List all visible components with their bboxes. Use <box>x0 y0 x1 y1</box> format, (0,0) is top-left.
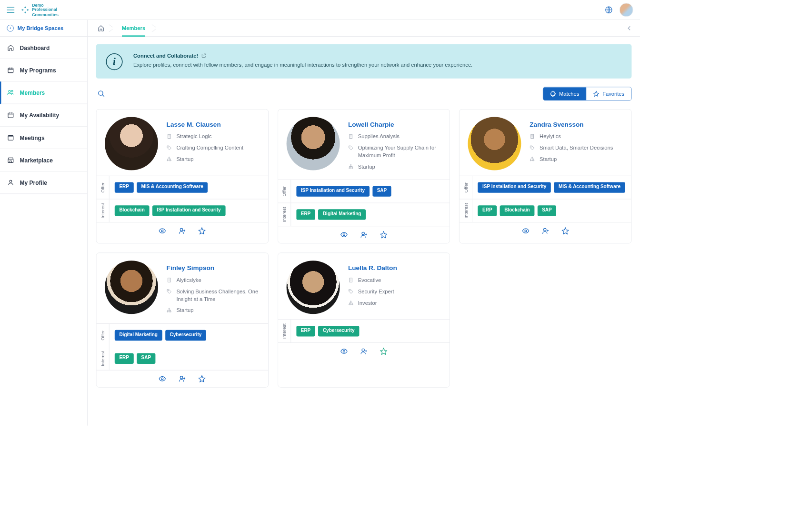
interest-tag[interactable]: SAP <box>538 205 557 216</box>
svg-point-30 <box>525 230 527 232</box>
member-company: Supplies Analysis <box>358 133 400 141</box>
svg-point-31 <box>543 228 546 231</box>
svg-point-10 <box>169 157 170 158</box>
brand-logo[interactable]: Demo Professional Communities <box>20 3 59 17</box>
toolbar-button-group: Matches Favorites <box>543 87 632 100</box>
connect-icon[interactable] <box>541 227 549 235</box>
view-icon[interactable] <box>159 375 166 382</box>
store-icon <box>7 157 14 163</box>
building-icon <box>348 278 354 283</box>
member-tagline: Solving Business Challenges, One Insight… <box>176 288 260 303</box>
favorite-icon[interactable] <box>561 227 569 235</box>
back-arrow-icon: ‹ <box>7 25 13 31</box>
favorite-icon[interactable] <box>198 227 206 235</box>
person-icon <box>7 179 14 186</box>
member-avatar[interactable] <box>105 261 158 314</box>
building-icon <box>530 134 536 139</box>
member-avatar[interactable] <box>286 117 340 171</box>
member-avatar[interactable] <box>468 117 521 171</box>
favorite-icon[interactable] <box>380 231 388 239</box>
search-icon[interactable] <box>96 90 105 98</box>
interest-label: Interest <box>100 351 105 366</box>
offer-tag[interactable]: MIS & Accounting Software <box>554 182 625 192</box>
banner-title: Connect and Collaborate! <box>133 52 198 59</box>
language-icon[interactable] <box>605 6 612 13</box>
svg-rect-16 <box>350 134 352 138</box>
svg-point-43 <box>349 304 350 305</box>
breadcrumb-home-icon[interactable] <box>93 25 109 31</box>
sidebar-item-meetings[interactable]: Meetings <box>0 127 87 149</box>
offer-tag[interactable]: Cybersecurity <box>165 330 206 341</box>
interest-section: InterestERPBlockchainSAP <box>460 199 631 222</box>
member-tagline: Smart Data, Smarter Decisions <box>540 144 613 152</box>
view-icon[interactable] <box>340 231 348 239</box>
svg-point-46 <box>343 351 345 352</box>
connect-icon[interactable] <box>360 231 368 239</box>
svg-point-36 <box>169 311 170 312</box>
favorite-icon[interactable] <box>198 375 206 382</box>
interest-label: Interest <box>281 207 287 222</box>
tag-icon <box>167 289 173 294</box>
interest-tag[interactable]: Blockchain <box>115 205 150 216</box>
member-name[interactable]: Finley Simpson <box>167 265 260 272</box>
sidebar-item-marketplace[interactable]: Marketplace <box>0 149 87 171</box>
connect-icon[interactable] <box>179 375 186 382</box>
sidebar-item-my-availability[interactable]: My Availability <box>0 104 87 126</box>
offer-tag[interactable]: Digital Marketing <box>115 330 162 341</box>
interest-tag[interactable]: ISP Installation and Security <box>152 205 226 216</box>
member-avatar[interactable] <box>105 117 158 171</box>
svg-point-47 <box>362 349 364 351</box>
view-icon[interactable] <box>159 227 166 235</box>
interest-tag[interactable]: ERP <box>296 326 315 336</box>
connect-icon[interactable] <box>179 227 186 235</box>
puzzle-icon <box>550 90 556 97</box>
sidebar-item-members[interactable]: Members <box>0 81 87 104</box>
offer-tag[interactable]: ERP <box>115 182 134 192</box>
member-company: Heylytics <box>540 133 561 141</box>
sidebar-item-dashboard[interactable]: Dashboard <box>0 37 87 59</box>
sidebar-back-link[interactable]: ‹ My Bridge Spaces <box>0 20 87 37</box>
member-name[interactable]: Lasse M. Clausen <box>167 121 260 129</box>
offer-tag[interactable]: SAP <box>372 186 391 197</box>
offer-tag[interactable]: ISP Installation and Security <box>296 186 370 197</box>
interest-tag[interactable]: ERP <box>296 210 315 220</box>
svg-point-35 <box>167 311 168 312</box>
interest-tag[interactable]: Blockchain <box>500 205 535 216</box>
interest-tag[interactable]: SAP <box>137 353 156 363</box>
user-avatar[interactable] <box>620 3 633 17</box>
svg-point-37 <box>170 311 171 312</box>
offer-tag[interactable]: ISP Installation and Security <box>478 182 551 192</box>
menu-toggle-icon[interactable] <box>7 7 14 13</box>
view-icon[interactable] <box>522 227 530 235</box>
breadcrumb-back-icon[interactable] <box>627 26 635 30</box>
calendar-icon <box>7 134 14 141</box>
breadcrumb-separator <box>109 20 115 36</box>
info-banner: i Connect and Collaborate! Explore profi… <box>96 44 632 79</box>
interest-tag[interactable]: ERP <box>115 353 134 363</box>
favorite-icon[interactable] <box>380 348 388 355</box>
breadcrumb-current[interactable]: Members <box>115 20 152 36</box>
favorites-button[interactable]: Favorites <box>586 87 631 100</box>
svg-rect-40 <box>350 278 352 282</box>
interest-tag[interactable]: ERP <box>478 205 497 216</box>
interest-tag[interactable]: Digital Marketing <box>318 210 366 220</box>
external-link-icon[interactable] <box>201 53 207 58</box>
connect-icon[interactable] <box>360 348 368 355</box>
sidebar-item-my-programs[interactable]: My Programs <box>0 59 87 81</box>
member-type: Startup <box>176 307 193 314</box>
member-avatar[interactable] <box>286 261 340 314</box>
member-name[interactable]: Zandra Svensson <box>530 121 623 129</box>
member-name[interactable]: Luella R. Dalton <box>348 265 441 272</box>
view-icon[interactable] <box>340 348 348 355</box>
members-toolbar: Matches Favorites <box>96 87 632 100</box>
offer-tag[interactable]: MIS & Accounting Software <box>137 182 208 192</box>
matches-button[interactable]: Matches <box>543 87 586 100</box>
member-name[interactable]: Lowell Charpie <box>348 121 441 129</box>
svg-point-38 <box>161 378 163 380</box>
interest-tag[interactable]: Cybersecurity <box>318 326 359 336</box>
sidebar-item-label: Marketplace <box>20 157 53 163</box>
sidebar-item-label: Meetings <box>20 134 45 141</box>
svg-point-28 <box>532 160 533 161</box>
sidebar-item-my-profile[interactable]: My Profile <box>0 171 87 194</box>
member-company: Alyticslyke <box>176 277 201 284</box>
